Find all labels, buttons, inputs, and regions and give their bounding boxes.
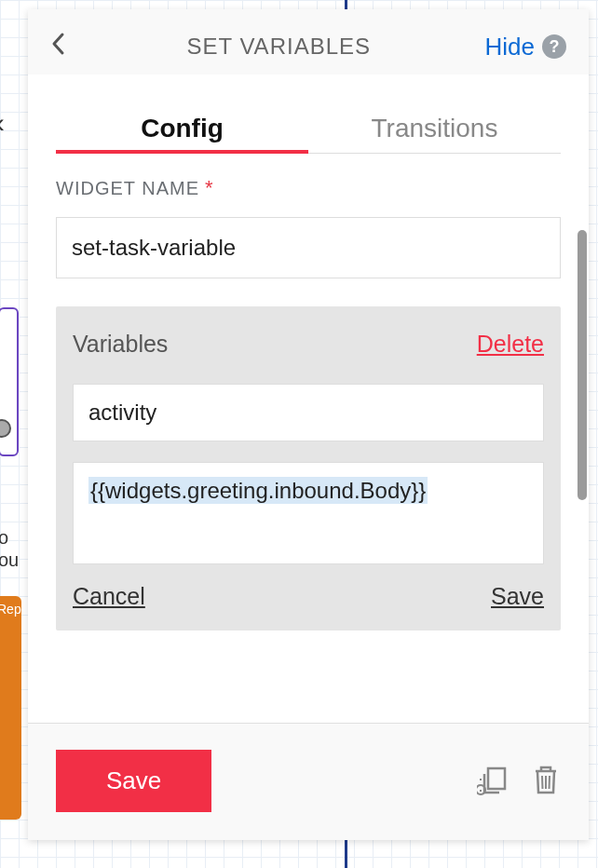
variables-title: Variables (73, 331, 168, 358)
cancel-link[interactable]: Cancel (73, 583, 145, 610)
background-text-fragment: oou (0, 526, 19, 571)
widget-name-input[interactable] (56, 217, 561, 278)
background-chevron-icon: ‹ (0, 107, 5, 139)
back-arrow-icon[interactable] (50, 32, 73, 62)
variable-value-text: {{widgets.greeting.inbound.Body}} (88, 477, 428, 504)
trash-icon[interactable] (531, 763, 561, 800)
tab-transitions[interactable]: Transitions (308, 101, 561, 153)
variable-value-input[interactable]: {{widgets.greeting.inbound.Body}} (73, 462, 544, 564)
variable-actions: Cancel Save (73, 583, 544, 610)
save-variable-link[interactable]: Save (491, 583, 544, 610)
widget-name-label: WIDGET NAME * (56, 176, 561, 200)
help-icon[interactable]: ? (542, 34, 566, 59)
variable-key-input[interactable] (73, 384, 544, 441)
panel-body: Config Transitions WIDGET NAME * Variabl… (28, 75, 589, 723)
variables-block: Variables Delete {{widgets.greeting.inbo… (56, 306, 561, 631)
scrollbar-thumb[interactable] (578, 230, 587, 500)
save-button[interactable]: Save (56, 750, 211, 812)
variables-header: Variables Delete (73, 331, 544, 358)
required-asterisk-icon: * (205, 176, 214, 200)
duplicate-icon[interactable] (477, 763, 510, 800)
hide-link[interactable]: Hide (485, 33, 535, 61)
panel-footer: Save (28, 723, 589, 840)
background-orange-widget: Rep (0, 596, 21, 820)
tab-config[interactable]: Config (56, 101, 308, 153)
panel-title: SET VARIABLES (73, 34, 485, 60)
svg-rect-0 (488, 768, 505, 789)
widget-name-label-text: WIDGET NAME (56, 178, 199, 199)
tabs: Config Transitions (56, 101, 561, 154)
panel-header: SET VARIABLES Hide ? (28, 9, 589, 75)
delete-link[interactable]: Delete (477, 331, 544, 358)
footer-icons (477, 763, 561, 800)
config-panel: SET VARIABLES Hide ? Config Transitions … (28, 9, 589, 840)
